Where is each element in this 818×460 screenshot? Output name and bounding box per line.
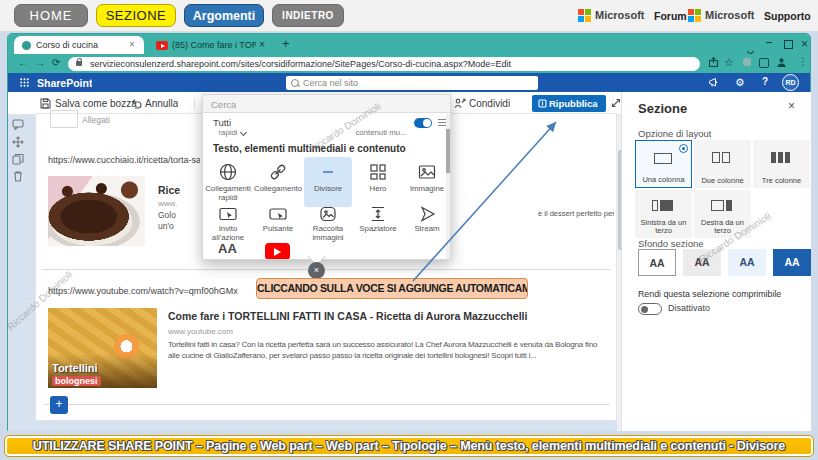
window-maximize-icon[interactable]: [784, 40, 793, 49]
sharepoint-suitebar: SharePoint Cerca nel sito ⚙ ? RD: [8, 73, 810, 92]
divider-icon[interactable]: [317, 161, 339, 183]
spacer-icon[interactable]: [367, 203, 389, 225]
picker-item-label[interactable]: Collegamenti rapidi: [204, 185, 252, 202]
account-avatar[interactable]: RD: [782, 74, 799, 91]
picker-item-label[interactable]: Divisore: [304, 185, 352, 194]
youtube-url-link[interactable]: https://www.youtube.com/watch?v=qmf00hGM…: [48, 286, 238, 296]
layout-option-one-third-right[interactable]: Destra da un terzo: [694, 190, 751, 238]
picker-item-label[interactable]: Hero: [354, 185, 402, 194]
extension-icon[interactable]: [759, 58, 769, 68]
tab-title: (85) Come fare i TORTELLINI FA: [172, 40, 256, 50]
picker-item-label[interactable]: Raccolta immagini: [304, 225, 352, 242]
bookmark-star-icon[interactable]: ☆: [724, 56, 734, 69]
hero-icon[interactable]: [367, 161, 389, 183]
microsoft-logo-icon: [688, 9, 701, 22]
image-icon[interactable]: [416, 161, 438, 183]
picker-scrollbar[interactable]: [446, 114, 451, 260]
picker-item-label[interactable]: Invito all'azione: [204, 225, 252, 242]
browser-tab-inactive[interactable]: (85) Come fare i TORTELLINI FA ×: [150, 36, 272, 54]
call-to-action-icon[interactable]: [217, 203, 239, 225]
forward-icon[interactable]: →: [35, 57, 45, 68]
settings-gear-icon[interactable]: ⚙: [735, 76, 744, 88]
back-icon[interactable]: ←: [18, 57, 28, 68]
share-icon: [454, 98, 466, 109]
cake-thumbnail-image[interactable]: [48, 176, 145, 246]
picker-item-label[interactable]: Spaziatore: [354, 225, 402, 234]
picker-item-label[interactable]: Immagine: [403, 185, 451, 194]
picker-search-placeholder: Cerca: [211, 99, 236, 110]
cake-card-title[interactable]: Rice: [158, 184, 202, 196]
site-search-input[interactable]: Cerca nel sito: [286, 76, 538, 90]
panel-close-icon[interactable]: ×: [788, 99, 795, 113]
home-button-label: HOME: [30, 8, 73, 23]
window-minimize-icon[interactable]: –: [766, 36, 772, 48]
layout-option-label: Tre colonne: [753, 177, 810, 185]
picker-filter-dropdown[interactable]: Tutti: [213, 117, 231, 128]
attachment-placeholder: [50, 110, 78, 128]
supporto-label: Supporto: [764, 10, 811, 22]
divider: [121, 99, 122, 110]
home-button[interactable]: HOME: [14, 4, 88, 27]
url-text: servizieconsulenzerd.sharepoint.com/site…: [90, 59, 650, 69]
picker-item-label[interactable]: Stream: [403, 225, 451, 234]
move-webpart-icon[interactable]: [12, 136, 24, 148]
stream-icon[interactable]: [416, 203, 438, 225]
cake-card-domain: www.: [158, 199, 202, 208]
layout-option-three-columns[interactable]: Tre colonne: [753, 140, 810, 188]
background-swatch-white[interactable]: AA: [638, 249, 676, 276]
republish-button[interactable]: Ripubblica: [532, 95, 606, 112]
background-swatch-neutral[interactable]: AA: [683, 249, 721, 276]
help-icon[interactable]: ?: [762, 76, 768, 87]
extension-icon[interactable]: [743, 58, 751, 66]
layout-option-one-column[interactable]: Una colonna: [635, 140, 692, 188]
button-icon[interactable]: [267, 203, 289, 225]
tab-close-icon[interactable]: ×: [259, 39, 265, 50]
background-swatch-strong-blue-selected[interactable]: AA: [773, 249, 811, 276]
duplicate-icon[interactable]: [12, 153, 24, 165]
picker-scrollbar-thumb[interactable]: [446, 129, 451, 173]
comment-icon[interactable]: [12, 119, 24, 130]
tab-close-icon[interactable]: ×: [129, 39, 135, 50]
recipe-url-link[interactable]: https://www.cucchiaio.it/ricetta/torta-s…: [48, 155, 200, 165]
webpart-picker-flyout: Cerca Tutti rapidi contenuti mu... Testo…: [202, 94, 451, 260]
layout-option-two-columns[interactable]: Due colonne: [694, 140, 751, 188]
argomenti-button[interactable]: Argomenti: [184, 4, 264, 27]
one-third-left-icon: [652, 200, 673, 218]
share-page-icon[interactable]: [708, 57, 719, 68]
picker-item-label[interactable]: Collegamento: [254, 185, 302, 194]
toggle-state-label: Disattivato: [668, 303, 710, 313]
text-icon[interactable]: AA: [218, 241, 237, 256]
add-section-button[interactable]: +: [50, 396, 68, 414]
sezione-button-label: SEZIONE: [106, 8, 167, 23]
close-webpart-picker-button[interactable]: ×: [308, 262, 325, 279]
new-tab-icon[interactable]: +: [282, 36, 290, 51]
screenshot-root: HOME SEZIONE Argomenti INDIETRO Microsof…: [0, 0, 818, 460]
picker-search-input[interactable]: Cerca: [203, 95, 451, 113]
youtube-icon[interactable]: [265, 243, 290, 260]
share-label: Condividi: [469, 98, 510, 109]
delete-webpart-icon[interactable]: [12, 170, 24, 182]
window-close-icon[interactable]: ×: [801, 37, 808, 51]
expand-panel-icon[interactable]: [611, 98, 621, 108]
browser-menu-dots-icon[interactable]: ⋮: [798, 56, 808, 67]
background-swatch-soft-blue[interactable]: AA: [728, 249, 766, 276]
reload-icon[interactable]: ⟳: [52, 57, 60, 68]
layout-option-one-third-left[interactable]: Sinistra da un terzo: [635, 190, 692, 238]
indietro-button[interactable]: INDIETRO: [272, 4, 344, 27]
quick-links-icon[interactable]: [217, 161, 239, 183]
link-icon[interactable]: [267, 161, 289, 183]
tutorial-callout: CLICCANDO SULLA VOCE SI AGGIUNGE AUTOMAT…: [256, 278, 528, 299]
image-gallery-icon[interactable]: [317, 203, 339, 225]
picker-toggle-on[interactable]: [414, 118, 432, 128]
feedback-megaphone-icon[interactable]: [708, 77, 719, 88]
url-field[interactable]: servizieconsulenzerd.sharepoint.com/site…: [68, 57, 700, 71]
browser-tab-active[interactable]: Corso di cucina ×: [14, 36, 144, 54]
video-card-title[interactable]: Come fare i TORTELLINI FATTI IN CASA - R…: [168, 310, 610, 322]
profile-icon[interactable]: [776, 57, 787, 68]
collapsible-toggle-off[interactable]: [638, 303, 662, 315]
sezione-button[interactable]: SEZIONE: [96, 4, 176, 27]
waffle-icon[interactable]: [20, 78, 29, 87]
microsoft-logo-icon: [578, 9, 591, 22]
picker-item-label[interactable]: Pulsante: [254, 225, 302, 234]
tortellini-thumbnail-image[interactable]: Tortellini bolognesi: [48, 308, 157, 388]
